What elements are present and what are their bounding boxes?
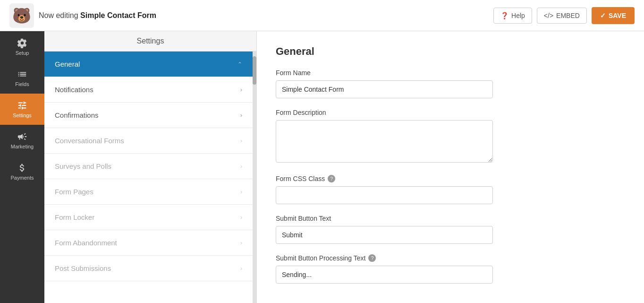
submit-processing-text-input[interactable]: [276, 266, 493, 284]
settings-menu-conversational-forms[interactable]: Conversational Forms ›: [44, 128, 253, 154]
processing-text-help-icon[interactable]: ?: [368, 254, 376, 262]
form-group-form-name: Form Name: [276, 69, 625, 98]
code-icon: </>: [544, 12, 553, 19]
css-class-help-icon[interactable]: ?: [328, 175, 335, 182]
scrollbar-thumb[interactable]: [253, 56, 256, 85]
gear-icon: [17, 38, 27, 48]
dollar-icon: [17, 163, 27, 173]
sidebar-item-settings-label: Settings: [13, 113, 32, 118]
save-button[interactable]: ✓ SAVE: [592, 7, 635, 24]
settings-menu-form-abandonment[interactable]: Form Abandonment ›: [44, 230, 253, 256]
editing-title: Now editing Simple Contact Form: [39, 11, 156, 20]
settings-menu-post-submissions[interactable]: Post Submissions ›: [44, 256, 253, 281]
embed-button[interactable]: </> EMBED: [537, 8, 587, 24]
form-css-class-input[interactable]: [276, 186, 493, 204]
help-button[interactable]: ❓ Help: [493, 8, 532, 24]
sidebar-item-marketing-label: Marketing: [11, 144, 34, 149]
top-bar-right: ❓ Help </> EMBED ✓ SAVE: [493, 7, 635, 24]
chevron-icon-general: ⌃: [237, 61, 242, 68]
sidebar-item-marketing[interactable]: Marketing: [0, 125, 44, 156]
form-group-submit-text: Submit Button Text: [276, 215, 625, 244]
settings-menu-confirmations[interactable]: Confirmations ›: [44, 103, 253, 128]
bear-icon: 🐻: [12, 7, 31, 25]
settings-tab-bar: Settings: [44, 31, 256, 52]
sidebar-item-settings[interactable]: Settings: [0, 94, 44, 125]
app-logo: 🐻: [9, 3, 34, 28]
form-label-css-class: Form CSS Class ?: [276, 175, 625, 182]
chevron-icon-conversational: ›: [240, 138, 242, 144]
form-label-form-name: Form Name: [276, 69, 625, 77]
sidebar-item-fields-label: Fields: [15, 81, 29, 87]
top-bar-left: 🐻 Now editing Simple Contact Form: [9, 3, 156, 28]
chevron-icon-confirmations: ›: [240, 112, 242, 119]
sidebar-item-setup-label: Setup: [16, 50, 29, 56]
settings-menu-general[interactable]: General ⌃: [44, 52, 253, 77]
sidebar-item-fields[interactable]: Fields: [0, 62, 44, 94]
sidebar-item-payments[interactable]: Payments: [0, 156, 44, 187]
chevron-icon-form-abandonment: ›: [240, 240, 242, 246]
form-group-form-description: Form Description: [276, 109, 625, 164]
sliders-icon: [17, 100, 27, 111]
form-description-textarea[interactable]: [276, 120, 493, 163]
fields-icon: [17, 69, 27, 79]
form-label-submit-text: Submit Button Text: [276, 215, 625, 222]
settings-menu-form-locker[interactable]: Form Locker ›: [44, 205, 253, 230]
megaphone-icon: [17, 131, 27, 142]
submit-button-text-input[interactable]: [276, 226, 493, 244]
sidebar-item-payments-label: Payments: [11, 175, 34, 181]
form-group-processing-text: Submit Button Processing Text ?: [276, 254, 625, 284]
main-layout: Setup Fields Settings Marketing Payments: [0, 31, 644, 303]
icon-sidebar: Setup Fields Settings Marketing Payments: [0, 31, 44, 303]
sidebar-item-setup[interactable]: Setup: [0, 31, 44, 62]
chevron-icon-post-submissions: ›: [240, 265, 242, 272]
settings-sidebar: Settings General ⌃ Notifications › Confi…: [44, 31, 257, 303]
chevron-icon-form-pages: ›: [240, 189, 242, 195]
settings-menu-form-pages[interactable]: Form Pages ›: [44, 179, 253, 205]
settings-menu-surveys-polls[interactable]: Surveys and Polls ›: [44, 154, 253, 179]
chevron-icon-surveys: ›: [240, 163, 242, 170]
chevron-icon-form-locker: ›: [240, 214, 242, 221]
settings-menu-notifications[interactable]: Notifications ›: [44, 77, 253, 103]
help-icon: ❓: [500, 12, 508, 19]
form-group-css-class: Form CSS Class ?: [276, 175, 625, 204]
settings-menu: General ⌃ Notifications › Confirmations …: [44, 52, 253, 303]
chevron-icon-notifications: ›: [240, 87, 242, 93]
section-title: General: [276, 45, 625, 58]
form-name-input[interactable]: [276, 80, 493, 98]
form-label-processing-text: Submit Button Processing Text ?: [276, 254, 625, 262]
content-area: General Form Name Form Description Form …: [257, 31, 644, 303]
scrollbar-track[interactable]: [253, 52, 256, 303]
form-label-form-description: Form Description: [276, 109, 625, 116]
top-bar: 🐻 Now editing Simple Contact Form ❓ Help…: [0, 0, 644, 31]
check-icon: ✓: [600, 12, 606, 19]
